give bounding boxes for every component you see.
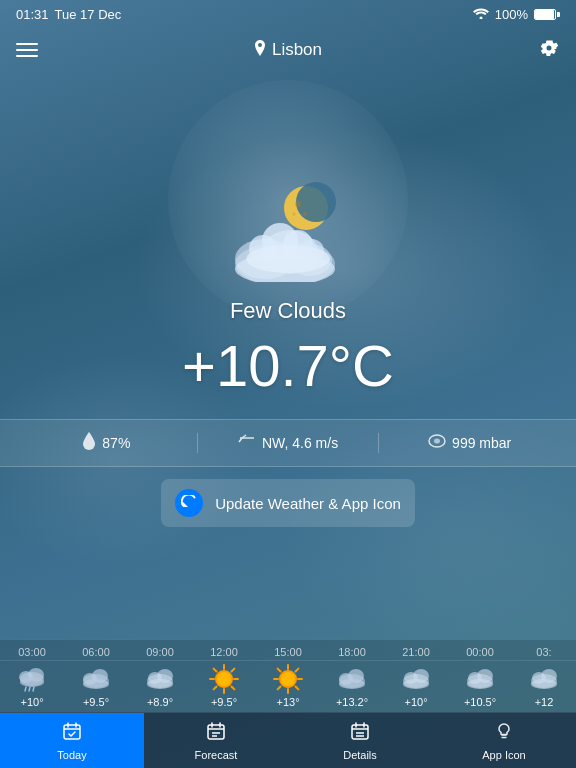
svg-point-47 xyxy=(281,672,295,686)
hourly-item-6: +10° xyxy=(384,665,448,708)
time-3: 12:00 xyxy=(192,646,256,658)
hourly-temp-0: +10° xyxy=(20,696,43,708)
status-date: Tue 17 Dec xyxy=(55,7,122,22)
hourly-temp-4: +13° xyxy=(276,696,299,708)
hourly-item-1: +9.5° xyxy=(64,665,128,708)
svg-point-67 xyxy=(467,679,493,689)
status-time: 01:31 xyxy=(16,7,49,22)
update-label: Update Weather & App Icon xyxy=(215,495,401,512)
svg-point-3 xyxy=(303,212,307,216)
svg-point-71 xyxy=(531,679,557,689)
svg-point-37 xyxy=(217,672,231,686)
weather-details: 87% NW, 4.6 m/s xyxy=(0,419,576,467)
svg-line-55 xyxy=(278,687,281,690)
hourly-icon-2 xyxy=(142,665,178,693)
location-display: Lisbon xyxy=(254,40,322,60)
svg-point-2 xyxy=(295,201,301,207)
wind-icon xyxy=(238,434,256,452)
tab-today[interactable]: Today xyxy=(0,713,144,768)
svg-line-54 xyxy=(296,669,299,672)
svg-line-53 xyxy=(296,687,299,690)
time-7: 00:00 xyxy=(448,646,512,658)
time-0: 03:00 xyxy=(0,646,64,658)
svg-rect-76 xyxy=(208,725,224,739)
time-6: 21:00 xyxy=(384,646,448,658)
tab-forecast-label: Forecast xyxy=(195,749,238,761)
svg-rect-72 xyxy=(64,725,80,739)
hourly-icon-8 xyxy=(526,665,562,693)
hourly-icon-7 xyxy=(462,665,498,693)
condition-text: Few Clouds xyxy=(230,298,346,324)
time-2: 09:00 xyxy=(128,646,192,658)
svg-line-42 xyxy=(214,669,217,672)
top-nav: Lisbon xyxy=(0,28,576,72)
svg-point-4 xyxy=(293,213,296,216)
hourly-icon-5 xyxy=(334,665,370,693)
battery-icon xyxy=(534,9,560,20)
hourly-times: 03:00 06:00 09:00 12:00 15:00 18:00 21:0… xyxy=(0,640,576,661)
svg-point-1 xyxy=(296,182,336,222)
hourly-section: 03:00 06:00 09:00 12:00 15:00 18:00 21:0… xyxy=(0,639,576,712)
tab-forecast[interactable]: Forecast xyxy=(144,713,288,768)
location-name: Lisbon xyxy=(272,40,322,60)
pressure-icon xyxy=(428,434,446,452)
svg-point-63 xyxy=(403,679,429,689)
tab-details-icon xyxy=(350,721,370,746)
tab-appicon-icon xyxy=(494,721,514,746)
hourly-temp-5: +13.2° xyxy=(336,696,368,708)
menu-button[interactable] xyxy=(16,43,38,57)
tab-details[interactable]: Details xyxy=(288,713,432,768)
battery-percent: 100% xyxy=(495,7,528,22)
hourly-item-3: +9.5° xyxy=(192,665,256,708)
svg-rect-82 xyxy=(352,725,368,739)
hourly-item-5: +13.2° xyxy=(320,665,384,708)
hourly-item-4: +13° xyxy=(256,665,320,708)
hourly-icon-3 xyxy=(206,665,242,693)
svg-point-59 xyxy=(339,679,365,689)
time-1: 06:00 xyxy=(64,646,128,658)
hourly-temp-2: +8.9° xyxy=(147,696,173,708)
svg-line-45 xyxy=(214,687,217,690)
hourly-items: +10° +9.5° +8.9° +9.5° xyxy=(0,661,576,712)
weather-main: Few Clouds +10.7°C 87% xyxy=(0,72,576,639)
tab-details-label: Details xyxy=(343,749,377,761)
svg-point-35 xyxy=(147,679,173,689)
hourly-temp-7: +10.5° xyxy=(464,696,496,708)
pin-icon xyxy=(254,40,266,60)
wind-detail: NW, 4.6 m/s xyxy=(198,434,379,452)
svg-line-27 xyxy=(33,687,34,691)
temperature: +10.7°C xyxy=(182,332,394,399)
wind-value: NW, 4.6 m/s xyxy=(262,435,338,451)
status-bar: 01:31 Tue 17 Dec 100% xyxy=(0,0,576,28)
svg-line-25 xyxy=(25,687,26,691)
hourly-temp-1: +9.5° xyxy=(83,696,109,708)
hourly-temp-8: +12 xyxy=(535,696,554,708)
weather-icon xyxy=(228,182,348,282)
hourly-icon-0 xyxy=(14,665,50,693)
pressure-detail: 999 mbar xyxy=(379,434,560,452)
refresh-icon xyxy=(175,489,203,517)
hourly-icon-1 xyxy=(78,665,114,693)
tab-appicon[interactable]: App Icon xyxy=(432,713,576,768)
humidity-detail: 87% xyxy=(16,432,197,454)
update-button[interactable]: Update Weather & App Icon xyxy=(161,479,415,527)
svg-point-14 xyxy=(246,245,330,273)
svg-point-24 xyxy=(20,677,44,687)
hourly-icon-6 xyxy=(398,665,434,693)
tab-today-label: Today xyxy=(57,749,86,761)
svg-point-31 xyxy=(83,679,109,689)
humidity-icon xyxy=(82,432,96,454)
hourly-temp-3: +9.5° xyxy=(211,696,237,708)
settings-button[interactable] xyxy=(538,37,560,64)
tab-today-icon xyxy=(62,721,82,746)
hourly-item-2: +8.9° xyxy=(128,665,192,708)
hourly-item-8: +12 xyxy=(512,665,576,708)
hourly-icon-4 xyxy=(270,665,306,693)
tab-forecast-icon xyxy=(206,721,226,746)
time-4: 15:00 xyxy=(256,646,320,658)
wifi-icon xyxy=(473,7,489,22)
hourly-item-0: +10° xyxy=(0,665,64,708)
svg-point-19 xyxy=(434,439,440,444)
humidity-value: 87% xyxy=(102,435,130,451)
time-5: 18:00 xyxy=(320,646,384,658)
